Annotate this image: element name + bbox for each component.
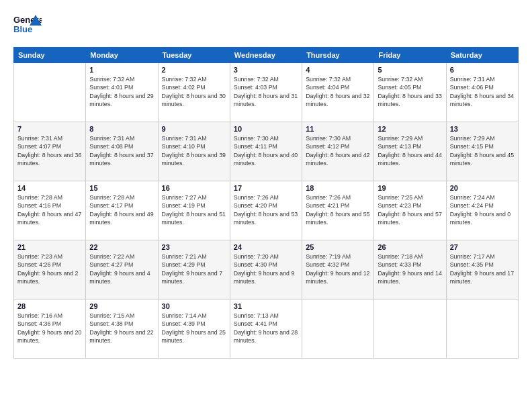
logo-svg: General Blue [13,12,42,40]
day-info: Sunrise: 7:30 AMSunset: 4:12 PMDaylight:… [306,134,370,167]
day-number: 14 [17,184,82,192]
calendar-cell: 31Sunrise: 7:13 AMSunset: 4:41 PMDayligh… [230,300,302,359]
day-info: Sunrise: 7:24 AMSunset: 4:24 PMDaylight:… [450,193,515,226]
day-number: 13 [450,125,515,133]
day-info: Sunrise: 7:32 AMSunset: 4:01 PMDaylight:… [89,75,154,108]
day-number: 15 [89,184,154,192]
calendar-cell: 13Sunrise: 7:29 AMSunset: 4:15 PMDayligh… [446,122,518,181]
day-info: Sunrise: 7:32 AMSunset: 4:05 PMDaylight:… [378,75,442,108]
calendar-cell: 27Sunrise: 7:17 AMSunset: 4:35 PMDayligh… [446,240,518,300]
calendar-table: SundayMondayTuesdayWednesdayThursdayFrid… [13,47,519,359]
calendar-cell: 5Sunrise: 7:32 AMSunset: 4:05 PMDaylight… [374,63,446,122]
day-info: Sunrise: 7:20 AMSunset: 4:30 PMDaylight:… [234,253,298,285]
day-info: Sunrise: 7:32 AMSunset: 4:03 PMDaylight:… [234,75,298,108]
calendar-cell: 1Sunrise: 7:32 AMSunset: 4:01 PMDaylight… [86,63,158,122]
day-number: 28 [17,302,82,310]
calendar-cell: 9Sunrise: 7:31 AMSunset: 4:10 PMDaylight… [158,122,230,181]
day-number: 6 [450,66,515,74]
day-number: 9 [162,125,226,133]
day-number: 3 [234,66,298,74]
day-info: Sunrise: 7:30 AMSunset: 4:11 PMDaylight:… [234,134,298,167]
day-number: 23 [162,243,226,251]
calendar-cell: 19Sunrise: 7:25 AMSunset: 4:23 PMDayligh… [374,181,446,240]
weekday-header: Friday [374,48,446,63]
calendar-cell: 18Sunrise: 7:26 AMSunset: 4:21 PMDayligh… [302,181,374,240]
day-info: Sunrise: 7:31 AMSunset: 4:10 PMDaylight:… [162,134,226,167]
day-number: 31 [234,302,298,310]
day-number: 2 [162,66,226,74]
calendar-cell: 15Sunrise: 7:28 AMSunset: 4:17 PMDayligh… [86,181,158,240]
calendar-cell: 24Sunrise: 7:20 AMSunset: 4:30 PMDayligh… [230,240,302,300]
calendar-cell: 2Sunrise: 7:32 AMSunset: 4:02 PMDaylight… [158,63,230,122]
calendar-cell: 28Sunrise: 7:16 AMSunset: 4:36 PMDayligh… [14,300,86,359]
day-number: 16 [162,184,226,192]
calendar-cell: 7Sunrise: 7:31 AMSunset: 4:07 PMDaylight… [14,122,86,181]
day-info: Sunrise: 7:25 AMSunset: 4:23 PMDaylight:… [378,193,442,226]
day-number: 5 [378,66,442,74]
calendar-cell [14,63,86,122]
day-info: Sunrise: 7:13 AMSunset: 4:41 PMDaylight:… [234,312,298,345]
calendar-cell: 6Sunrise: 7:31 AMSunset: 4:06 PMDaylight… [446,63,518,122]
day-info: Sunrise: 7:26 AMSunset: 4:20 PMDaylight:… [234,193,298,226]
day-info: Sunrise: 7:22 AMSunset: 4:27 PMDaylight:… [89,253,154,285]
calendar-cell: 14Sunrise: 7:28 AMSunset: 4:16 PMDayligh… [14,181,86,240]
calendar-cell: 3Sunrise: 7:32 AMSunset: 4:03 PMDaylight… [230,63,302,122]
day-number: 11 [306,125,370,133]
calendar-week-row: 1Sunrise: 7:32 AMSunset: 4:01 PMDaylight… [14,63,519,122]
day-number: 17 [234,184,298,192]
day-info: Sunrise: 7:32 AMSunset: 4:04 PMDaylight:… [306,75,370,108]
calendar-week-row: 7Sunrise: 7:31 AMSunset: 4:07 PMDaylight… [14,122,519,181]
day-number: 12 [378,125,442,133]
day-info: Sunrise: 7:18 AMSunset: 4:33 PMDaylight:… [378,253,442,285]
weekday-header: Monday [86,48,158,63]
calendar-cell: 16Sunrise: 7:27 AMSunset: 4:19 PMDayligh… [158,181,230,240]
calendar-week-row: 21Sunrise: 7:23 AMSunset: 4:26 PMDayligh… [14,240,519,300]
day-info: Sunrise: 7:21 AMSunset: 4:29 PMDaylight:… [162,253,226,285]
day-info: Sunrise: 7:19 AMSunset: 4:32 PMDaylight:… [306,253,370,285]
day-number: 8 [89,125,154,133]
day-info: Sunrise: 7:29 AMSunset: 4:13 PMDaylight:… [378,134,442,167]
day-number: 20 [450,184,515,192]
calendar-week-row: 28Sunrise: 7:16 AMSunset: 4:36 PMDayligh… [14,300,519,359]
day-number: 24 [234,243,298,251]
weekday-header: Thursday [302,48,374,63]
day-number: 7 [17,125,82,133]
day-info: Sunrise: 7:31 AMSunset: 4:07 PMDaylight:… [17,134,82,167]
logo: General Blue [13,12,42,40]
day-number: 1 [89,66,154,74]
calendar-cell: 30Sunrise: 7:14 AMSunset: 4:39 PMDayligh… [158,300,230,359]
calendar-cell: 29Sunrise: 7:15 AMSunset: 4:38 PMDayligh… [86,300,158,359]
day-info: Sunrise: 7:23 AMSunset: 4:26 PMDaylight:… [17,253,82,285]
calendar-cell: 21Sunrise: 7:23 AMSunset: 4:26 PMDayligh… [14,240,86,300]
weekday-header: Sunday [14,48,86,63]
svg-text:Blue: Blue [13,24,32,34]
day-number: 18 [306,184,370,192]
page-header: General Blue [13,12,519,40]
day-info: Sunrise: 7:31 AMSunset: 4:06 PMDaylight:… [450,75,515,108]
day-info: Sunrise: 7:31 AMSunset: 4:08 PMDaylight:… [89,134,154,167]
calendar-week-row: 14Sunrise: 7:28 AMSunset: 4:16 PMDayligh… [14,181,519,240]
day-number: 10 [234,125,298,133]
weekday-header: Tuesday [158,48,230,63]
day-info: Sunrise: 7:16 AMSunset: 4:36 PMDaylight:… [17,312,82,345]
calendar-header-row: SundayMondayTuesdayWednesdayThursdayFrid… [14,48,519,63]
day-number: 27 [450,243,515,251]
day-info: Sunrise: 7:15 AMSunset: 4:38 PMDaylight:… [89,312,154,345]
calendar-cell [302,300,374,359]
day-info: Sunrise: 7:14 AMSunset: 4:39 PMDaylight:… [162,312,226,345]
calendar-cell: 11Sunrise: 7:30 AMSunset: 4:12 PMDayligh… [302,122,374,181]
calendar-cell: 20Sunrise: 7:24 AMSunset: 4:24 PMDayligh… [446,181,518,240]
calendar-cell [374,300,446,359]
day-info: Sunrise: 7:27 AMSunset: 4:19 PMDaylight:… [162,193,226,226]
day-number: 26 [378,243,442,251]
day-info: Sunrise: 7:28 AMSunset: 4:17 PMDaylight:… [89,193,154,226]
calendar-cell [446,300,518,359]
calendar-cell: 25Sunrise: 7:19 AMSunset: 4:32 PMDayligh… [302,240,374,300]
day-info: Sunrise: 7:28 AMSunset: 4:16 PMDaylight:… [17,193,82,226]
calendar-cell: 10Sunrise: 7:30 AMSunset: 4:11 PMDayligh… [230,122,302,181]
calendar-cell: 12Sunrise: 7:29 AMSunset: 4:13 PMDayligh… [374,122,446,181]
calendar-cell: 26Sunrise: 7:18 AMSunset: 4:33 PMDayligh… [374,240,446,300]
weekday-header: Wednesday [230,48,302,63]
day-number: 22 [89,243,154,251]
calendar-cell: 4Sunrise: 7:32 AMSunset: 4:04 PMDaylight… [302,63,374,122]
